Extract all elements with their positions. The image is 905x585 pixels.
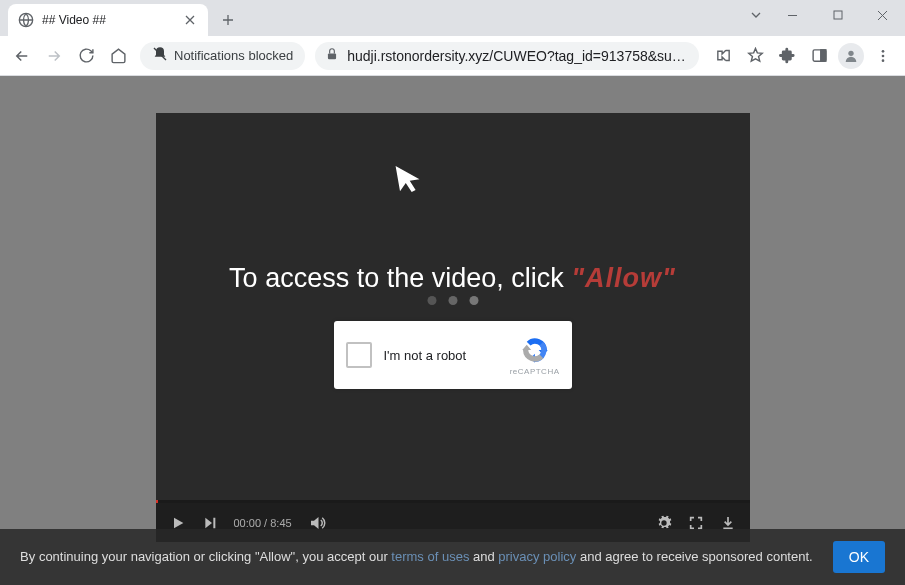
forward-button[interactable]	[40, 42, 68, 70]
svg-point-7	[882, 54, 885, 57]
close-tab-icon[interactable]	[182, 12, 198, 28]
menu-icon[interactable]	[869, 42, 897, 70]
maximize-button[interactable]	[815, 0, 860, 30]
back-button[interactable]	[8, 42, 36, 70]
svg-rect-2	[328, 53, 336, 59]
close-window-button[interactable]	[860, 0, 905, 30]
home-button[interactable]	[104, 42, 132, 70]
time-display: 00:00 / 8:45	[234, 517, 292, 529]
url-text: hudji.rstonordersity.xyz/CUWEO?tag_id=91…	[347, 48, 689, 64]
tab-title: ## Video ##	[42, 13, 174, 27]
reload-button[interactable]	[72, 42, 100, 70]
svg-rect-1	[834, 11, 842, 19]
tab-search-icon[interactable]	[742, 0, 770, 30]
profile-button[interactable]	[837, 42, 865, 70]
cursor-icon	[389, 156, 431, 208]
globe-icon	[18, 12, 34, 28]
loading-dots	[427, 296, 478, 305]
svg-point-6	[882, 50, 885, 53]
page-content: To access to the video, click "Allow" I'…	[0, 76, 905, 585]
recaptcha-label: I'm not a robot	[384, 348, 510, 363]
privacy-link[interactable]: privacy policy	[498, 549, 576, 564]
svg-rect-4	[820, 50, 825, 61]
minimize-button[interactable]	[770, 0, 815, 30]
new-tab-button[interactable]	[214, 6, 242, 34]
video-player: To access to the video, click "Allow" I'…	[156, 113, 750, 542]
window-controls	[770, 0, 905, 30]
consent-text: By continuing your navigation or clickin…	[20, 548, 813, 566]
share-icon[interactable]	[709, 42, 737, 70]
titlebar: ## Video ##	[0, 0, 905, 36]
bell-off-icon	[152, 46, 168, 65]
consent-ok-button[interactable]: OK	[833, 541, 885, 573]
notifications-label: Notifications blocked	[174, 48, 293, 63]
bookmark-icon[interactable]	[741, 42, 769, 70]
toolbar: Notifications blocked hudji.rstonordersi…	[0, 36, 905, 76]
browser-tab[interactable]: ## Video ##	[8, 4, 208, 36]
svg-point-8	[882, 59, 885, 62]
recaptcha-widget: I'm not a robot reCAPTCHA	[334, 321, 572, 389]
message-highlight: "Allow"	[571, 263, 676, 293]
recaptcha-logo: reCAPTCHA	[510, 335, 560, 376]
address-bar[interactable]: hudji.rstonordersity.xyz/CUWEO?tag_id=91…	[315, 42, 699, 70]
avatar-icon	[838, 43, 864, 69]
overlay-message: To access to the video, click "Allow"	[156, 263, 750, 294]
lock-icon	[325, 47, 339, 65]
consent-banner: By continuing your navigation or clickin…	[0, 529, 905, 585]
svg-point-5	[848, 50, 853, 55]
terms-link[interactable]: terms of uses	[391, 549, 469, 564]
notifications-blocked-chip[interactable]: Notifications blocked	[140, 42, 305, 70]
recaptcha-checkbox[interactable]	[346, 342, 372, 368]
message-text: To access to the video, click	[229, 263, 571, 293]
extensions-icon[interactable]	[773, 42, 801, 70]
recaptcha-brand: reCAPTCHA	[510, 367, 560, 376]
side-panel-icon[interactable]	[805, 42, 833, 70]
